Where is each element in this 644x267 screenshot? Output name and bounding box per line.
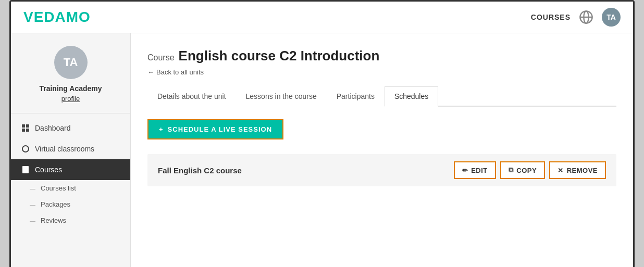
edit-button[interactable]: ✏ EDIT bbox=[454, 161, 496, 179]
sidebar-username: Training Academy bbox=[39, 84, 102, 93]
schedule-btn-prefix: + bbox=[159, 125, 164, 133]
course-label: Course bbox=[147, 53, 175, 62]
sidebar-avatar: TA bbox=[54, 46, 88, 79]
svg-rect-6 bbox=[26, 129, 29, 132]
content-area: Course English course C2 Introduction Ba… bbox=[131, 33, 633, 267]
book-icon bbox=[21, 166, 30, 174]
header-right: COURSES TA bbox=[531, 8, 621, 27]
sidebar-subitem-reviews[interactable]: Reviews bbox=[11, 212, 130, 228]
sidebar: TA Training Academy profile Dashboard Vi… bbox=[11, 33, 131, 267]
grid-icon bbox=[21, 124, 30, 132]
svg-rect-3 bbox=[22, 124, 25, 128]
sidebar-item-virtual-classrooms-label: Virtual classrooms bbox=[35, 145, 94, 153]
sidebar-item-dashboard[interactable]: Dashboard bbox=[11, 118, 130, 138]
copy-icon: ⧉ bbox=[509, 166, 514, 174]
sidebar-subitem-courses-list[interactable]: Courses list bbox=[11, 180, 130, 196]
tab-schedules[interactable]: Schedules bbox=[385, 86, 438, 107]
sidebar-item-courses[interactable]: Courses bbox=[11, 159, 130, 180]
sidebar-item-virtual-classrooms[interactable]: Virtual classrooms bbox=[11, 138, 130, 159]
tab-participants[interactable]: Participants bbox=[327, 86, 385, 107]
tab-lessons[interactable]: Lessons in the course bbox=[236, 86, 327, 107]
circle-icon bbox=[21, 145, 30, 153]
edit-icon: ✏ bbox=[462, 167, 468, 174]
course-title-row: Course English course C2 Introduction bbox=[147, 48, 616, 64]
remove-button[interactable]: ✕ REMOVE bbox=[549, 161, 606, 179]
sidebar-profile-link[interactable]: profile bbox=[61, 95, 80, 103]
logo: VEDAMO bbox=[23, 9, 91, 26]
remove-icon: ✕ bbox=[558, 167, 564, 174]
svg-rect-4 bbox=[26, 124, 29, 128]
tabs-bar: Details about the unit Lessons in the co… bbox=[147, 86, 616, 107]
copy-button[interactable]: ⧉ COPY bbox=[500, 161, 545, 179]
course-row-name: Fall English C2 course bbox=[158, 166, 242, 175]
tab-details[interactable]: Details about the unit bbox=[147, 86, 236, 107]
course-row: Fall English C2 course ✏ EDIT ⧉ COPY ✕ R… bbox=[147, 154, 616, 186]
sidebar-nav: Dashboard Virtual classrooms Courses Cou… bbox=[11, 113, 130, 228]
sidebar-profile: TA Training Academy profile bbox=[11, 33, 130, 113]
sidebar-item-courses-label: Courses bbox=[35, 166, 62, 174]
courses-nav-link[interactable]: COURSES bbox=[531, 13, 571, 21]
globe-icon[interactable] bbox=[579, 10, 593, 24]
main-layout: TA Training Academy profile Dashboard Vi… bbox=[11, 33, 633, 267]
schedule-btn-label: SCHEDULE A LIVE SESSION bbox=[168, 125, 272, 133]
schedule-live-session-button[interactable]: + SCHEDULE A LIVE SESSION bbox=[147, 119, 283, 139]
sidebar-item-dashboard-label: Dashboard bbox=[35, 124, 71, 132]
header: VEDAMO COURSES TA bbox=[11, 2, 633, 33]
user-avatar-header[interactable]: TA bbox=[602, 8, 621, 27]
back-link[interactable]: Back to all units bbox=[147, 68, 616, 76]
svg-point-7 bbox=[22, 146, 29, 152]
course-title: English course C2 Introduction bbox=[179, 48, 380, 64]
svg-rect-5 bbox=[22, 129, 25, 132]
course-row-actions: ✏ EDIT ⧉ COPY ✕ REMOVE bbox=[454, 161, 606, 179]
sidebar-subitem-packages[interactable]: Packages bbox=[11, 196, 130, 212]
main-window: VEDAMO COURSES TA TA Training Academy pr… bbox=[9, 0, 635, 267]
